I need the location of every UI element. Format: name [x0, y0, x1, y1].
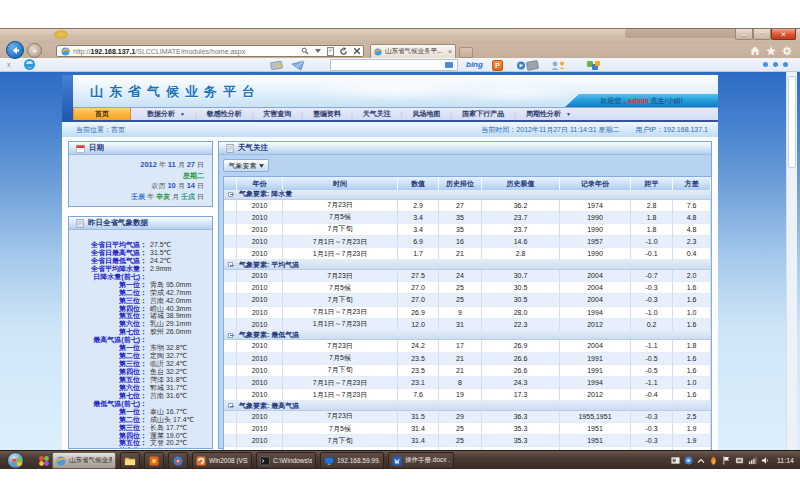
- group-title: 气象要素: 最低气温: [239, 330, 299, 340]
- table-row[interactable]: 20107月23日27.52430.72004-0.72.0: [224, 270, 711, 282]
- table-row[interactable]: 20107月23日31.52936.31955,1951-0.32.5: [224, 411, 711, 423]
- yesterday-label: 第一位：: [69, 408, 147, 416]
- table-row[interactable]: 20107月下旬23.52126.61991-0.51.6: [224, 365, 711, 377]
- table-row[interactable]: 20107月23日2.92736.219742.87.6: [224, 200, 711, 212]
- pinned-app-icon[interactable]: [38, 455, 50, 467]
- address-bar[interactable]: http://192.168.137.1/SLCCLIMATE/modules/…: [56, 45, 364, 57]
- table-row[interactable]: 20107月下旬27.02530.52004-0.31.6: [224, 294, 711, 306]
- toolbar-logo-icon[interactable]: [24, 59, 35, 70]
- action-center-flag-icon[interactable]: [722, 456, 731, 465]
- home-icon[interactable]: [750, 46, 760, 56]
- taskbar-button-8[interactable]: 操作手册.docx ...: [388, 452, 454, 469]
- table-group-row[interactable]: 气象要素: 降水量: [224, 190, 711, 200]
- volume-icon[interactable]: [761, 456, 770, 465]
- menu-item-3[interactable]: 灾害查询: [253, 109, 301, 119]
- table-row[interactable]: 20107月23日24.21726.92004-1.11.8: [224, 340, 711, 352]
- show-hidden-icons-icon[interactable]: [697, 458, 705, 464]
- search-icon[interactable]: [298, 45, 311, 57]
- taskbar-button-7[interactable]: 192.168.59.99...: [320, 452, 384, 469]
- people-tool-icon[interactable]: [550, 60, 568, 71]
- table-row[interactable]: 20107月1日～7月23日6.91614.61957-1.02.3: [224, 236, 711, 248]
- close-button[interactable]: ✕: [771, 29, 796, 40]
- stop-icon[interactable]: [350, 45, 363, 57]
- taskbar-button-3[interactable]: [144, 452, 164, 469]
- table-row[interactable]: 20107月下旬31.42535.31951-0.31.9: [224, 435, 711, 447]
- snapshot-icon[interactable]: [270, 60, 284, 70]
- cell: 1994: [560, 307, 631, 319]
- column-header[interactable]: [224, 177, 237, 190]
- table-row[interactable]: 20107月5候3.43523.719901.84.8: [224, 212, 711, 224]
- column-header[interactable]: 历史排位: [439, 177, 482, 190]
- menu-item-8[interactable]: 周期性分析▼: [516, 109, 581, 119]
- collapse-icon[interactable]: [228, 262, 233, 267]
- table-row[interactable]: 20101月1日～7月23日12.03122.320120.21.6: [224, 319, 711, 331]
- taskbar-button-4[interactable]: [168, 452, 188, 469]
- column-header[interactable]: 距平: [631, 177, 673, 190]
- table-group-row[interactable]: 气象要素: 最低气温: [224, 331, 711, 341]
- column-header[interactable]: 时间: [283, 177, 398, 190]
- table-row[interactable]: 20107月1日～7月23日23.1824.31994-1.11.0: [224, 377, 711, 389]
- menu-item-1[interactable]: 数据分析▼: [137, 109, 195, 119]
- cell: 7月5候: [283, 353, 398, 365]
- column-header[interactable]: 记录年份: [560, 177, 631, 190]
- tools-gear-icon[interactable]: [782, 46, 792, 56]
- collapse-icon[interactable]: [228, 333, 233, 338]
- minimize-button[interactable]: –: [735, 29, 753, 40]
- usb-device-icon[interactable]: [735, 456, 744, 465]
- refresh-icon[interactable]: [337, 45, 350, 57]
- table-group-row[interactable]: 气象要素: 最高气温: [224, 401, 711, 411]
- video-tool-icon[interactable]: [516, 60, 542, 71]
- security-center-flame-icon[interactable]: [709, 456, 718, 466]
- taskbar-button-5[interactable]: Win2008 (VS2...: [192, 452, 252, 469]
- toolbar-search-input[interactable]: [330, 59, 458, 71]
- taskbar-clock[interactable]: 11:14: [777, 457, 794, 464]
- page-scrollbar[interactable]: [786, 72, 797, 450]
- network-icon[interactable]: [748, 456, 757, 465]
- column-header[interactable]: 年份: [237, 177, 283, 190]
- toolbar-more-icon[interactable]: [763, 62, 788, 67]
- start-button[interactable]: [7, 452, 24, 469]
- favorites-star-icon[interactable]: [766, 46, 776, 56]
- table-row[interactable]: 20107月下旬3.43523.719901.84.8: [224, 224, 711, 236]
- tab-close-icon[interactable]: ×: [448, 48, 452, 55]
- messenger-icon[interactable]: [684, 456, 693, 465]
- browser-tab[interactable]: 山东省气候业务平... ×: [370, 44, 456, 58]
- toolbar-search-go-icon[interactable]: [444, 60, 454, 70]
- menu-item-2[interactable]: 敏感性分析: [197, 109, 252, 119]
- table-group-row[interactable]: 气象要素: 平均气温: [224, 260, 711, 270]
- table-row[interactable]: 20107月5候27.02530.52004-0.31.6: [224, 282, 711, 294]
- bing-logo[interactable]: bing: [466, 60, 483, 69]
- taskbar-button-1[interactable]: 山东省气候业务平...: [52, 452, 116, 469]
- collapse-icon[interactable]: [228, 192, 233, 197]
- menu-item-7[interactable]: 国家下行产品: [452, 109, 514, 119]
- taskbar-button-2[interactable]: [120, 452, 140, 469]
- column-header[interactable]: 历史极值: [482, 177, 560, 190]
- autocomplete-dropdown-icon[interactable]: [311, 45, 324, 57]
- sharing-tool-icon[interactable]: [586, 60, 602, 71]
- element-filter-button[interactable]: 气象要素: [223, 159, 269, 172]
- table-row[interactable]: 20101月1日～7月23日7.61917.32012-0.41.6: [224, 389, 711, 401]
- collapse-icon[interactable]: [228, 403, 233, 408]
- forward-button[interactable]: [27, 43, 42, 58]
- table-row[interactable]: 20107月1日～7月23日26.9928.01994-1.01.0: [224, 307, 711, 319]
- menu-item-home[interactable]: 首页: [73, 108, 131, 120]
- menu-item-5[interactable]: 天气关注: [353, 109, 401, 119]
- back-button[interactable]: [6, 41, 24, 59]
- table-row[interactable]: 20101月1日～7月23日1.7212.81990-0.10.4: [224, 248, 711, 260]
- input-indicator-icon[interactable]: [671, 456, 680, 465]
- scrollbar-thumb[interactable]: [788, 76, 796, 168]
- search-badge-icon[interactable]: P: [492, 60, 503, 71]
- table-row[interactable]: 20107月5候23.52126.61991-0.51.6: [224, 353, 711, 365]
- taskbar-button-6[interactable]: C:\Windows\s...: [256, 452, 316, 469]
- restore-button[interactable]: ▢: [753, 29, 771, 40]
- column-header[interactable]: 数值: [398, 177, 439, 190]
- new-tab-button[interactable]: [459, 47, 473, 58]
- menu-item-6[interactable]: 风场地图: [402, 109, 450, 119]
- table-row[interactable]: 20107月5候31.42535.31951-0.31.9: [224, 423, 711, 435]
- mail-icon[interactable]: [291, 60, 306, 71]
- column-header[interactable]: 方差: [673, 177, 711, 190]
- menu-item-4[interactable]: 整编资料: [303, 109, 351, 119]
- compatibility-view-icon[interactable]: [324, 45, 337, 57]
- cell: 2010: [237, 340, 283, 352]
- toolbar-close-icon[interactable]: x: [7, 61, 11, 68]
